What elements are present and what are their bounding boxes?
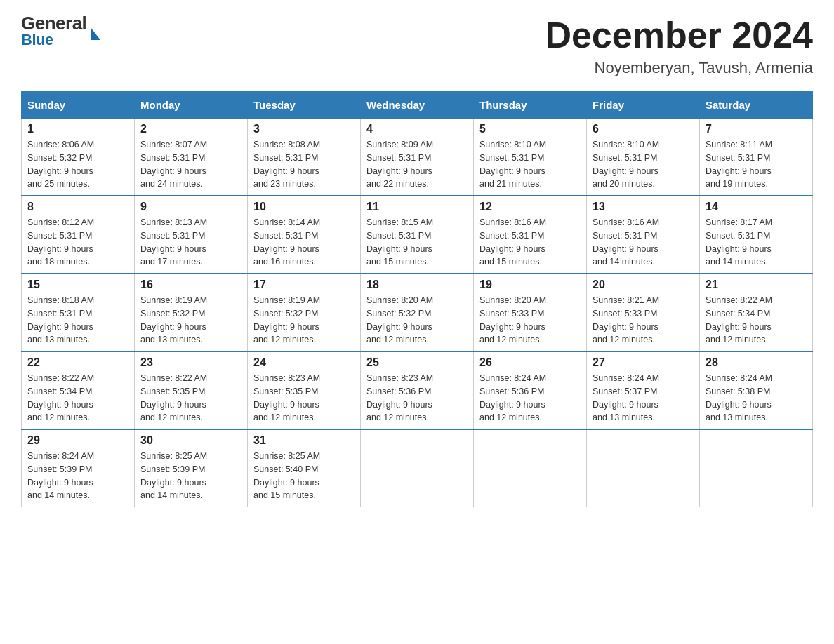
calendar-table: Sunday Monday Tuesday Wednesday Thursday…: [21, 91, 813, 507]
day-info: Sunrise: 8:25 AM Sunset: 5:40 PM Dayligh…: [253, 450, 355, 502]
day-info: Sunrise: 8:19 AM Sunset: 5:32 PM Dayligh…: [140, 294, 241, 347]
day-number: 6: [593, 123, 694, 135]
month-title: December 2024: [545, 14, 813, 56]
day-info: Sunrise: 8:23 AM Sunset: 5:35 PM Dayligh…: [253, 372, 355, 424]
day-info: Sunrise: 8:20 AM Sunset: 5:32 PM Dayligh…: [366, 294, 468, 347]
day-info: Sunrise: 8:15 AM Sunset: 5:31 PM Dayligh…: [366, 216, 468, 269]
table-row: [700, 429, 813, 507]
day-info: Sunrise: 8:06 AM Sunset: 5:32 PM Dayligh…: [27, 138, 128, 191]
calendar-week-row: 29 Sunrise: 8:24 AM Sunset: 5:39 PM Dayl…: [22, 429, 813, 507]
day-number: 5: [479, 123, 581, 135]
day-number: 26: [479, 356, 581, 369]
col-saturday: Saturday: [700, 92, 813, 119]
logo-general-text: General: [21, 14, 86, 32]
table-row: 21 Sunrise: 8:22 AM Sunset: 5:34 PM Dayl…: [700, 274, 813, 351]
day-info: Sunrise: 8:13 AM Sunset: 5:31 PM Dayligh…: [140, 216, 241, 269]
table-row: [474, 429, 587, 507]
calendar-week-row: 15 Sunrise: 8:18 AM Sunset: 5:31 PM Dayl…: [22, 274, 813, 351]
table-row: 16 Sunrise: 8:19 AM Sunset: 5:32 PM Dayl…: [135, 274, 248, 351]
day-info: Sunrise: 8:17 AM Sunset: 5:31 PM Dayligh…: [706, 216, 807, 269]
table-row: [361, 429, 474, 507]
table-row: 11 Sunrise: 8:15 AM Sunset: 5:31 PM Dayl…: [361, 196, 474, 274]
table-row: 29 Sunrise: 8:24 AM Sunset: 5:39 PM Dayl…: [22, 429, 135, 507]
day-info: Sunrise: 8:11 AM Sunset: 5:31 PM Dayligh…: [706, 138, 807, 191]
table-row: 27 Sunrise: 8:24 AM Sunset: 5:37 PM Dayl…: [587, 351, 700, 429]
day-number: 1: [27, 123, 128, 135]
day-number: 11: [366, 201, 468, 213]
day-number: 8: [27, 201, 128, 213]
day-number: 19: [479, 279, 581, 291]
day-info: Sunrise: 8:19 AM Sunset: 5:32 PM Dayligh…: [253, 294, 355, 347]
table-row: 6 Sunrise: 8:10 AM Sunset: 5:31 PM Dayli…: [587, 119, 700, 196]
day-info: Sunrise: 8:12 AM Sunset: 5:31 PM Dayligh…: [27, 216, 128, 269]
calendar-body: 1 Sunrise: 8:06 AM Sunset: 5:32 PM Dayli…: [22, 119, 813, 507]
table-row: 19 Sunrise: 8:20 AM Sunset: 5:33 PM Dayl…: [474, 274, 587, 351]
day-number: 28: [706, 356, 807, 369]
day-number: 10: [253, 201, 355, 213]
header-row: Sunday Monday Tuesday Wednesday Thursday…: [22, 92, 813, 119]
logo-blue-text: Blue: [21, 32, 86, 48]
day-info: Sunrise: 8:24 AM Sunset: 5:39 PM Dayligh…: [27, 450, 128, 502]
table-row: 23 Sunrise: 8:22 AM Sunset: 5:35 PM Dayl…: [135, 351, 248, 429]
table-row: 18 Sunrise: 8:20 AM Sunset: 5:32 PM Dayl…: [361, 274, 474, 351]
day-number: 4: [366, 123, 468, 135]
table-row: 28 Sunrise: 8:24 AM Sunset: 5:38 PM Dayl…: [700, 351, 813, 429]
day-number: 30: [140, 434, 241, 447]
calendar-week-row: 1 Sunrise: 8:06 AM Sunset: 5:32 PM Dayli…: [22, 119, 813, 196]
table-row: 31 Sunrise: 8:25 AM Sunset: 5:40 PM Dayl…: [248, 429, 361, 507]
col-tuesday: Tuesday: [248, 92, 361, 119]
day-number: 9: [140, 201, 241, 213]
day-info: Sunrise: 8:20 AM Sunset: 5:33 PM Dayligh…: [479, 294, 581, 347]
day-info: Sunrise: 8:16 AM Sunset: 5:31 PM Dayligh…: [479, 216, 581, 269]
table-row: 24 Sunrise: 8:23 AM Sunset: 5:35 PM Dayl…: [248, 351, 361, 429]
day-number: 29: [27, 434, 128, 447]
day-number: 12: [479, 201, 581, 213]
table-row: 22 Sunrise: 8:22 AM Sunset: 5:34 PM Dayl…: [22, 351, 135, 429]
day-info: Sunrise: 8:21 AM Sunset: 5:33 PM Dayligh…: [593, 294, 694, 347]
calendar-header: Sunday Monday Tuesday Wednesday Thursday…: [22, 92, 813, 119]
day-number: 24: [253, 356, 355, 369]
day-number: 21: [706, 279, 807, 291]
day-number: 31: [253, 434, 355, 447]
day-info: Sunrise: 8:07 AM Sunset: 5:31 PM Dayligh…: [140, 138, 241, 191]
day-number: 27: [593, 356, 694, 369]
table-row: 10 Sunrise: 8:14 AM Sunset: 5:31 PM Dayl…: [248, 196, 361, 274]
day-info: Sunrise: 8:10 AM Sunset: 5:31 PM Dayligh…: [593, 138, 694, 191]
day-info: Sunrise: 8:18 AM Sunset: 5:31 PM Dayligh…: [27, 294, 128, 347]
table-row: 13 Sunrise: 8:16 AM Sunset: 5:31 PM Dayl…: [587, 196, 700, 274]
day-info: Sunrise: 8:25 AM Sunset: 5:39 PM Dayligh…: [140, 450, 241, 502]
table-row: 30 Sunrise: 8:25 AM Sunset: 5:39 PM Dayl…: [135, 429, 248, 507]
day-info: Sunrise: 8:22 AM Sunset: 5:34 PM Dayligh…: [27, 372, 128, 424]
page-header: General Blue December 2024 Noyemberyan, …: [21, 14, 813, 77]
day-number: 2: [140, 123, 241, 135]
table-row: 12 Sunrise: 8:16 AM Sunset: 5:31 PM Dayl…: [474, 196, 587, 274]
day-number: 23: [140, 356, 241, 369]
location-subtitle: Noyemberyan, Tavush, Armenia: [545, 59, 813, 77]
day-info: Sunrise: 8:24 AM Sunset: 5:38 PM Dayligh…: [706, 372, 807, 424]
col-monday: Monday: [135, 92, 248, 119]
col-sunday: Sunday: [22, 92, 135, 119]
day-info: Sunrise: 8:09 AM Sunset: 5:31 PM Dayligh…: [366, 138, 468, 191]
day-number: 22: [27, 356, 128, 369]
table-row: 5 Sunrise: 8:10 AM Sunset: 5:31 PM Dayli…: [474, 119, 587, 196]
day-info: Sunrise: 8:22 AM Sunset: 5:34 PM Dayligh…: [706, 294, 807, 347]
col-thursday: Thursday: [474, 92, 587, 119]
day-info: Sunrise: 8:24 AM Sunset: 5:37 PM Dayligh…: [593, 372, 694, 424]
day-number: 25: [366, 356, 468, 369]
col-friday: Friday: [587, 92, 700, 119]
calendar-week-row: 22 Sunrise: 8:22 AM Sunset: 5:34 PM Dayl…: [22, 351, 813, 429]
table-row: 7 Sunrise: 8:11 AM Sunset: 5:31 PM Dayli…: [700, 119, 813, 196]
day-number: 15: [27, 279, 128, 291]
logo: General Blue: [21, 14, 100, 48]
calendar-week-row: 8 Sunrise: 8:12 AM Sunset: 5:31 PM Dayli…: [22, 196, 813, 274]
day-number: 18: [366, 279, 468, 291]
day-info: Sunrise: 8:14 AM Sunset: 5:31 PM Dayligh…: [253, 216, 355, 269]
day-info: Sunrise: 8:10 AM Sunset: 5:31 PM Dayligh…: [479, 138, 581, 191]
table-row: 14 Sunrise: 8:17 AM Sunset: 5:31 PM Dayl…: [700, 196, 813, 274]
table-row: 17 Sunrise: 8:19 AM Sunset: 5:32 PM Dayl…: [248, 274, 361, 351]
table-row: 2 Sunrise: 8:07 AM Sunset: 5:31 PM Dayli…: [135, 119, 248, 196]
day-info: Sunrise: 8:16 AM Sunset: 5:31 PM Dayligh…: [593, 216, 694, 269]
table-row: [587, 429, 700, 507]
table-row: 4 Sunrise: 8:09 AM Sunset: 5:31 PM Dayli…: [361, 119, 474, 196]
day-number: 13: [593, 201, 694, 213]
